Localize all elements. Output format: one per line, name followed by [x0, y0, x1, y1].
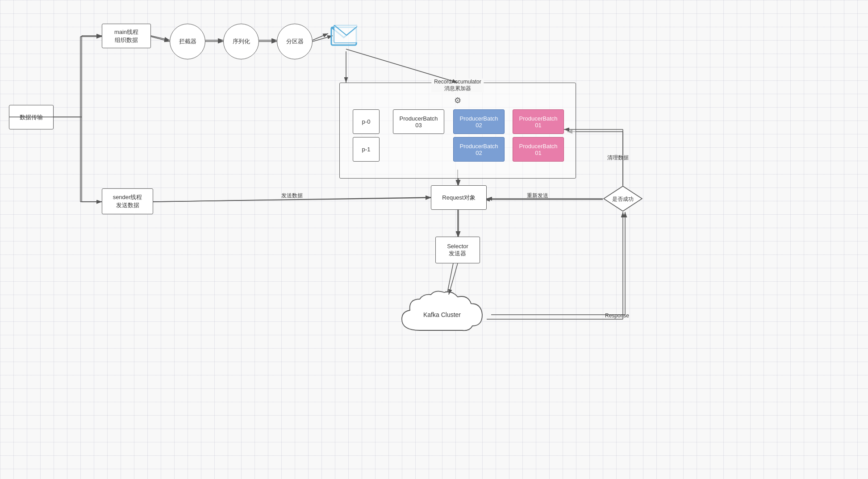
- svg-line-28: [151, 36, 170, 40]
- selector-label: Selector发送器: [447, 243, 468, 258]
- partitioner-node: 分区器: [277, 24, 313, 59]
- record-accumulator-title: RecordAccumulator 消息累加器: [431, 79, 484, 92]
- main-thread-label: main线程组织数据: [114, 28, 138, 44]
- producer-batch-03-node: ProducerBatch03: [393, 109, 444, 134]
- p1-label: p-1: [362, 146, 371, 153]
- producer-batch-02-top-label: ProducerBatch02: [460, 115, 498, 129]
- diagram-canvas: 数据传输 main线程组织数据 拦截器 序列化 分区器 RecordAccumu…: [0, 0, 868, 479]
- sender-thread-label: sender线程发送数据: [113, 193, 142, 209]
- producer-batch-01-bot-label: ProducerBatch01: [519, 143, 558, 156]
- response-label: Response: [605, 312, 629, 319]
- producer-batch-02-bot-node: ProducerBatch02: [453, 137, 505, 162]
- gear-icon: ⚙: [454, 96, 461, 105]
- svg-text:Kafka Cluster: Kafka Cluster: [423, 311, 461, 318]
- send-data-label: 发送数据: [281, 192, 303, 200]
- producer-batch-01-top-label: ProducerBatch01: [519, 115, 558, 129]
- producer-batch-02-bot-label: ProducerBatch02: [460, 143, 498, 156]
- data-source-node: 数据传输: [9, 105, 54, 129]
- producer-batch-01-bot-node: ProducerBatch01: [513, 137, 564, 162]
- svg-line-4: [151, 37, 170, 42]
- p1-node: p-1: [353, 137, 380, 162]
- interceptor-node: 拦截器: [170, 24, 205, 59]
- serializer-node: 序列化: [223, 24, 259, 59]
- data-source-label: 数据传输: [20, 113, 43, 121]
- kafka-cluster-node: Kafka Cluster: [393, 290, 491, 342]
- producer-batch-03-label: ProducerBatch03: [400, 115, 438, 129]
- request-object-label: Request对象: [442, 194, 475, 202]
- arrows-layer: [0, 0, 868, 479]
- partitioner-label: 分区器: [286, 37, 304, 46]
- sender-thread-node: sender线程发送数据: [102, 188, 153, 214]
- request-object-node: Request对象: [431, 185, 487, 210]
- p0-label: p-0: [362, 118, 371, 125]
- is-success-diamond: 是否成功: [603, 185, 643, 212]
- serializer-label: 序列化: [233, 37, 250, 46]
- main-thread-node: main线程组织数据: [102, 24, 151, 48]
- interceptor-label: 拦截器: [179, 37, 196, 46]
- producer-batch-01-top-node: ProducerBatch01: [513, 109, 564, 134]
- p0-node: p-0: [353, 109, 380, 134]
- resend-label: 重新发送: [527, 192, 548, 200]
- svg-line-32: [346, 49, 458, 83]
- svg-text:是否成功: 是否成功: [612, 196, 634, 202]
- svg-line-31: [313, 33, 328, 40]
- clear-data-label: 清理数据: [607, 154, 629, 162]
- email-icon: [328, 21, 359, 50]
- producer-batch-02-top-node: ProducerBatch02: [453, 109, 505, 134]
- selector-node: Selector发送器: [435, 237, 480, 263]
